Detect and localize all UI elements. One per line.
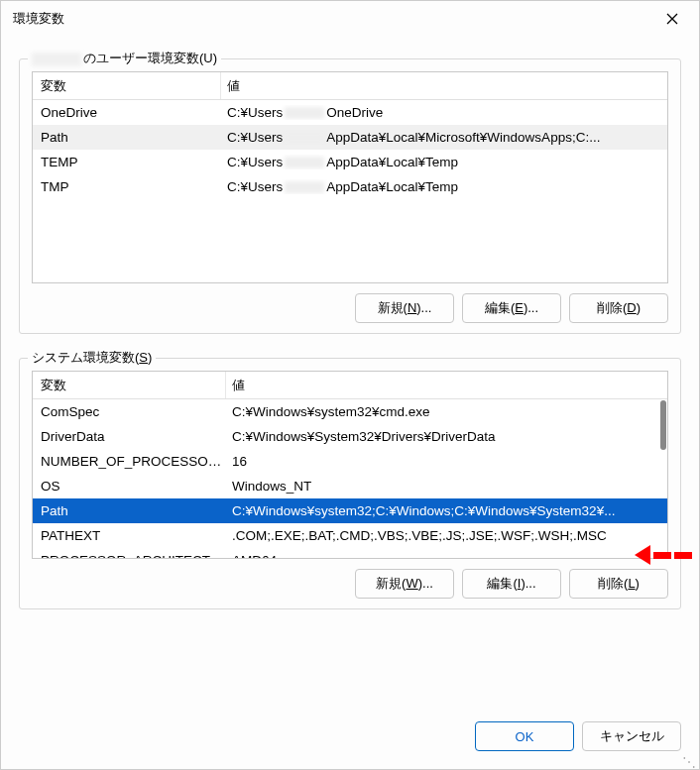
user-vars-list[interactable]: 変数 値 OneDriveC:¥UsersOneDrivePathC:¥User… [32, 71, 668, 283]
cell-value: Windows_NT [226, 479, 667, 494]
resize-grip[interactable] [684, 754, 696, 766]
table-row[interactable]: TEMPC:¥UsersAppData¥Local¥Temp [33, 150, 667, 174]
cancel-button[interactable]: キャンセル [582, 721, 681, 751]
cell-value: .COM;.EXE;.BAT;.CMD;.VBS;.VBE;.JS;.JSE;.… [226, 528, 667, 543]
cell-variable: DriverData [33, 429, 226, 444]
ok-button[interactable]: OK [475, 721, 574, 751]
user-new-button[interactable]: 新規(N)... [355, 293, 454, 323]
user-edit-button[interactable]: 編集(E)... [462, 293, 561, 323]
env-vars-dialog: 環境変数 のユーザー環境変数(U) 変数 値 OneDriveC:¥UsersO… [0, 0, 700, 770]
scrollbar-thumb[interactable] [660, 400, 666, 450]
system-vars-group: システム環境変数(S) 変数 値 ComSpecC:¥Windows¥syste… [19, 358, 681, 609]
cell-variable: TEMP [33, 155, 221, 169]
list-body: ComSpecC:¥Windows¥system32¥cmd.exeDriver… [33, 399, 667, 559]
cell-value: C:¥UsersAppData¥Local¥Temp [221, 155, 667, 169]
window-title: 環境変数 [13, 10, 64, 28]
table-row[interactable]: TMPC:¥UsersAppData¥Local¥Temp [33, 174, 667, 199]
user-vars-label: のユーザー環境変数(U) [28, 50, 221, 67]
cell-variable: PATHEXT [33, 528, 226, 543]
table-row[interactable]: NUMBER_OF_PROCESSORS16 [33, 449, 667, 474]
user-delete-button[interactable]: 削除(D) [569, 293, 668, 323]
cell-value: C:¥Windows¥System32¥Drivers¥DriverData [226, 429, 667, 444]
table-row[interactable]: PathC:¥UsersAppData¥Local¥Microsoft¥Wind… [33, 125, 667, 150]
table-row[interactable]: PATHEXT.COM;.EXE;.BAT;.CMD;.VBS;.VBE;.JS… [33, 523, 667, 548]
dialog-content: のユーザー環境変数(U) 変数 値 OneDriveC:¥UsersOneDri… [1, 37, 699, 715]
system-new-button[interactable]: 新規(W)... [355, 569, 454, 599]
close-button[interactable] [657, 4, 687, 34]
header-value[interactable]: 値 [221, 72, 667, 99]
system-button-row: 新規(W)... 編集(I)... 削除(L) [32, 569, 668, 599]
cell-variable: ComSpec [33, 404, 226, 419]
table-row[interactable]: DriverDataC:¥Windows¥System32¥Drivers¥Dr… [33, 424, 667, 449]
header-value[interactable]: 値 [226, 372, 667, 398]
table-row[interactable]: OneDriveC:¥UsersOneDrive [33, 100, 667, 125]
cell-variable: Path [33, 503, 226, 518]
list-headers: 変数 値 [33, 72, 667, 100]
cell-value: C:¥UsersAppData¥Local¥Temp [221, 179, 667, 194]
table-row[interactable]: PathC:¥Windows¥system32;C:¥Windows;C:¥Wi… [33, 498, 667, 523]
cell-value: C:¥UsersOneDrive [221, 105, 667, 120]
cell-variable: Path [33, 130, 221, 145]
cell-value: AMD64 [226, 553, 667, 559]
table-row[interactable]: ComSpecC:¥Windows¥system32¥cmd.exe [33, 399, 667, 424]
list-body: OneDriveC:¥UsersOneDrivePathC:¥UsersAppD… [33, 100, 667, 199]
user-button-row: 新規(N)... 編集(E)... 削除(D) [32, 293, 668, 323]
header-variable[interactable]: 変数 [33, 372, 226, 398]
cell-value: C:¥Windows¥system32;C:¥Windows;C:¥Window… [226, 503, 667, 518]
cell-variable: NUMBER_OF_PROCESSORS [33, 454, 226, 469]
system-vars-label: システム環境変数(S) [28, 349, 156, 367]
system-vars-list[interactable]: 変数 値 ComSpecC:¥Windows¥system32¥cmd.exeD… [32, 371, 668, 559]
list-headers: 変数 値 [33, 372, 667, 399]
header-variable[interactable]: 変数 [33, 72, 221, 99]
table-row[interactable]: PROCESSOR_ARCHITECTU...AMD64 [33, 548, 667, 559]
cell-variable: PROCESSOR_ARCHITECTU... [33, 553, 226, 559]
cell-value: 16 [226, 454, 667, 469]
dialog-bottom-bar: OK キャンセル [1, 715, 699, 769]
cell-variable: TMP [33, 179, 221, 194]
cell-variable: OS [33, 479, 226, 494]
user-vars-label-text: のユーザー環境変数(U) [83, 51, 217, 65]
system-delete-button[interactable]: 削除(L) [569, 569, 668, 599]
cell-value: C:¥UsersAppData¥Local¥Microsoft¥WindowsA… [221, 130, 667, 145]
system-edit-button[interactable]: 編集(I)... [462, 569, 561, 599]
titlebar: 環境変数 [1, 1, 699, 37]
cell-variable: OneDrive [33, 105, 221, 120]
close-icon [666, 13, 678, 25]
table-row[interactable]: OSWindows_NT [33, 474, 667, 498]
cell-value: C:¥Windows¥system32¥cmd.exe [226, 404, 667, 419]
user-vars-group: のユーザー環境変数(U) 変数 値 OneDriveC:¥UsersOneDri… [19, 58, 681, 334]
